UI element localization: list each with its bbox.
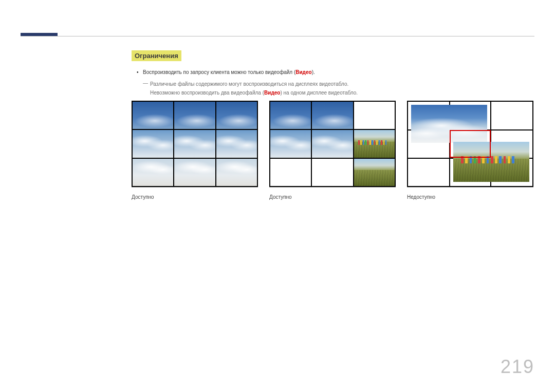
grid-cell-blank	[270, 159, 311, 186]
figure-3-frame	[407, 101, 533, 187]
grid-cell-blank	[312, 159, 353, 186]
sub-note: Различные файлы содержимого могут воспро…	[143, 80, 538, 97]
bullet-video-keyword: Видео	[295, 69, 311, 75]
grid-cell	[270, 102, 311, 129]
note-line-2c: ) на одном дисплее видеотабло.	[280, 90, 358, 96]
note-line-2-video: Видео	[264, 90, 280, 96]
top-horizontal-rule	[21, 36, 534, 36]
grid-cell	[354, 159, 395, 186]
content-block: Ограничения • Воспроизводить по запросу …	[132, 50, 538, 106]
grid-cell	[312, 130, 353, 157]
grid-cell	[174, 102, 215, 129]
figure-2-grid	[269, 101, 396, 187]
grid-cell	[312, 102, 353, 129]
figure-panel-1: Доступно	[132, 101, 258, 200]
grid-cell	[133, 159, 173, 186]
note-line-1: Различные файлы содержимого могут воспро…	[150, 80, 538, 88]
figure-3-caption: Недоступно	[407, 192, 533, 200]
grid-cell	[216, 130, 257, 157]
section-heading: Ограничения	[132, 50, 181, 61]
grid-cell	[174, 130, 215, 157]
grid-cell	[133, 130, 173, 157]
grid-cell-blank	[354, 102, 395, 129]
figure-1-caption: Доступно	[132, 192, 258, 200]
figures-row: Доступно Доступно	[132, 101, 533, 200]
bullet-text: Воспроизводить по запросу клиента можно …	[143, 68, 315, 77]
grid-cell	[133, 102, 173, 129]
bullet-item: • Воспроизводить по запросу клиента можн…	[137, 68, 538, 77]
conflict-cell	[450, 130, 491, 158]
bullet-dot: •	[137, 68, 143, 77]
caption-rule	[132, 187, 258, 188]
grid-cell	[354, 130, 395, 157]
caption-rule	[269, 187, 396, 188]
page-number: 219	[501, 356, 534, 378]
figure-2-caption: Доступно	[269, 192, 396, 200]
bullet-text-pre: Воспроизводить по запросу клиента можно …	[143, 69, 295, 75]
figure-panel-3: Недоступно	[407, 101, 533, 200]
grid-cell	[270, 130, 311, 157]
bullet-text-post: ).	[312, 69, 315, 75]
caption-rule	[407, 187, 533, 188]
note-line-2a: Невозможно воспроизводить два видеофайла…	[150, 90, 264, 96]
grid-cell	[216, 102, 257, 129]
figure-1-grid	[132, 101, 258, 187]
grid-cell	[216, 159, 257, 186]
grid-cell	[174, 159, 215, 186]
note-line-2: Невозможно воспроизводить два видеофайла…	[150, 88, 538, 97]
figure-panel-2: Доступно	[269, 101, 396, 200]
